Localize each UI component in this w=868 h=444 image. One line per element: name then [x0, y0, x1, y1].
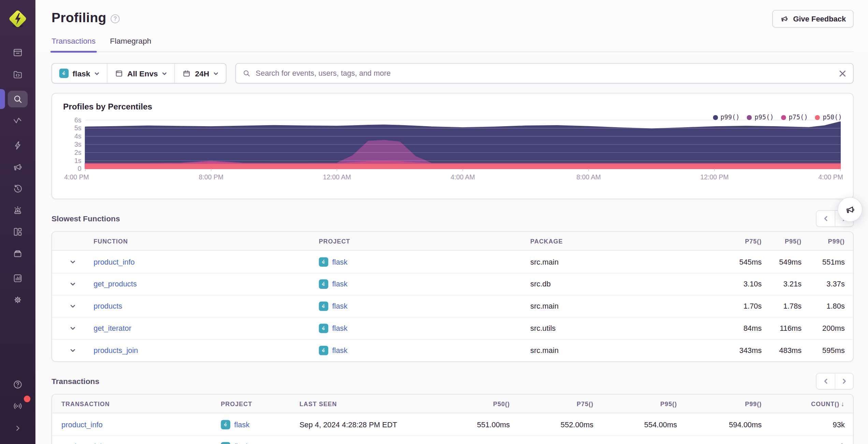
function-link[interactable]: products_join [93, 346, 319, 355]
svg-text:12:00 AM: 12:00 AM [323, 173, 351, 181]
megaphone-icon [12, 162, 23, 173]
col-p99: P99() [801, 238, 845, 244]
window-icon [115, 69, 124, 78]
sidebar-item-traces[interactable] [8, 113, 28, 130]
package-cell: src.main [530, 257, 637, 266]
search-input[interactable] [256, 69, 834, 77]
sidebar-item-projects[interactable] [8, 66, 28, 83]
svg-text:8:00 PM: 8:00 PM [199, 173, 223, 181]
p99-cell: 1.80s [801, 302, 845, 310]
project-link[interactable]: flask [234, 443, 249, 444]
legend-item[interactable]: p75() [781, 114, 808, 121]
content-area: flask All Envs 24H [35, 52, 868, 444]
zigzag-trace-icon [12, 116, 23, 127]
tab-flamegraph[interactable]: Flamegraph [110, 36, 151, 51]
sidebar-item-help[interactable] [8, 376, 28, 393]
prev-page-button[interactable] [816, 373, 835, 389]
main-content: Profiling ? Give Feedback Transactions F… [35, 0, 868, 444]
floating-feedback-button[interactable] [838, 197, 863, 222]
chevron-left-icon [822, 215, 829, 222]
col-count-sorted[interactable]: COUNT() ↓ [762, 400, 844, 408]
transaction-link[interactable]: product_info [61, 420, 221, 428]
project-filter-value: flask [73, 69, 90, 78]
flask-project-icon [319, 257, 329, 267]
search-icon [12, 93, 23, 104]
svg-text:3s: 3s [74, 140, 82, 148]
slowest-function-row: get_iteratorflasksrc.utils84ms116ms200ms [52, 317, 853, 339]
give-feedback-button[interactable]: Give Feedback [772, 10, 854, 28]
expand-row-button[interactable] [52, 281, 94, 288]
chevron-down-icon [94, 71, 100, 76]
svg-text:8:00 AM: 8:00 AM [577, 173, 601, 181]
p95-cell: 549ms [762, 257, 801, 266]
transactions-header-row: TRANSACTION PROJECT LAST SEEN P50() P75(… [52, 395, 853, 413]
sidebar-collapse-button[interactable] [8, 420, 28, 436]
legend-dot [781, 115, 786, 120]
function-link[interactable]: products [93, 302, 319, 310]
next-page-button[interactable] [835, 373, 853, 389]
project-filter[interactable]: flask [52, 64, 107, 83]
col-last-seen: LAST SEEN [300, 400, 444, 407]
flask-project-icon [319, 324, 329, 333]
transaction-link[interactable]: products_join [61, 443, 221, 444]
sidebar-item-user-feedback[interactable] [8, 159, 28, 176]
expand-row-button[interactable] [52, 347, 94, 354]
sentry-logo[interactable] [8, 9, 28, 29]
p95-cell: 116ms [762, 324, 801, 332]
sidebar-item-dashboards[interactable] [8, 223, 28, 240]
clear-search-icon[interactable] [839, 70, 847, 77]
svg-text:5s: 5s [74, 124, 82, 132]
gear-icon [12, 294, 23, 305]
function-link[interactable]: product_info [93, 257, 319, 266]
legend-item[interactable]: p95() [747, 114, 774, 121]
svg-text:4:00 PM: 4:00 PM [64, 173, 89, 181]
slowest-function-row: products_joinflasksrc.main343ms483ms595m… [52, 339, 853, 361]
function-link[interactable]: get_products [93, 280, 319, 288]
flask-project-icon [221, 420, 230, 429]
sidebar-item-replays[interactable] [8, 180, 28, 197]
page-help-icon[interactable]: ? [111, 14, 120, 23]
p99-cell: 551ms [801, 257, 845, 266]
sidebar-item-stats[interactable] [8, 270, 28, 287]
page-filter-bar: flask All Envs 24H [52, 63, 226, 84]
p95-cell: 3.21s [762, 280, 801, 288]
sidebar-item-explore[interactable] [8, 91, 28, 107]
sidebar-item-settings[interactable] [8, 292, 28, 308]
tab-transactions[interactable]: Transactions [52, 36, 96, 51]
sidebar-item-broadcast[interactable] [8, 398, 28, 415]
project-link[interactable]: flask [332, 257, 347, 266]
project-link[interactable]: flask [234, 420, 249, 428]
help-circle-icon [12, 379, 23, 390]
percentiles-chart[interactable]: 6s5s4s3s2s1s04:00 PM8:00 PM12:00 AM4:00 … [63, 111, 843, 192]
environment-filter[interactable]: All Envs [107, 64, 174, 83]
chart-legend: p99()p95()p75()p50() [713, 114, 842, 121]
expand-row-button[interactable] [52, 325, 94, 332]
sidebar-item-boost[interactable] [8, 137, 28, 154]
page-header: Profiling ? Give Feedback Transactions F… [35, 0, 868, 52]
sidebar-item-releases[interactable] [8, 245, 28, 262]
p99-cell: 3.37s [801, 280, 845, 288]
chevron-down-icon [162, 71, 167, 76]
function-link[interactable]: get_iterator [93, 324, 319, 332]
project-link[interactable]: flask [332, 302, 347, 310]
chevron-left-icon [822, 378, 829, 384]
package-cell: src.db [530, 280, 637, 288]
p75-cell: 552.00ms [510, 420, 593, 428]
flask-project-icon [319, 301, 329, 311]
sidebar-item-issues[interactable] [8, 44, 28, 61]
flask-project-icon [319, 346, 329, 355]
project-link[interactable]: flask [332, 346, 347, 355]
legend-item[interactable]: p50() [815, 114, 842, 121]
caret-down-icon [69, 325, 76, 332]
expand-row-button[interactable] [52, 258, 94, 265]
sidebar-item-alerts[interactable] [8, 202, 28, 219]
legend-item[interactable]: p99() [713, 114, 740, 121]
expand-row-button[interactable] [52, 302, 94, 310]
project-link[interactable]: flask [332, 324, 347, 332]
prev-page-button[interactable] [816, 211, 835, 226]
date-range-filter[interactable]: 24H [174, 64, 226, 83]
flask-project-icon [59, 69, 69, 78]
chevron-down-icon [213, 71, 218, 76]
chart-title: Profiles by Percentiles [63, 102, 842, 112]
project-link[interactable]: flask [332, 280, 347, 288]
